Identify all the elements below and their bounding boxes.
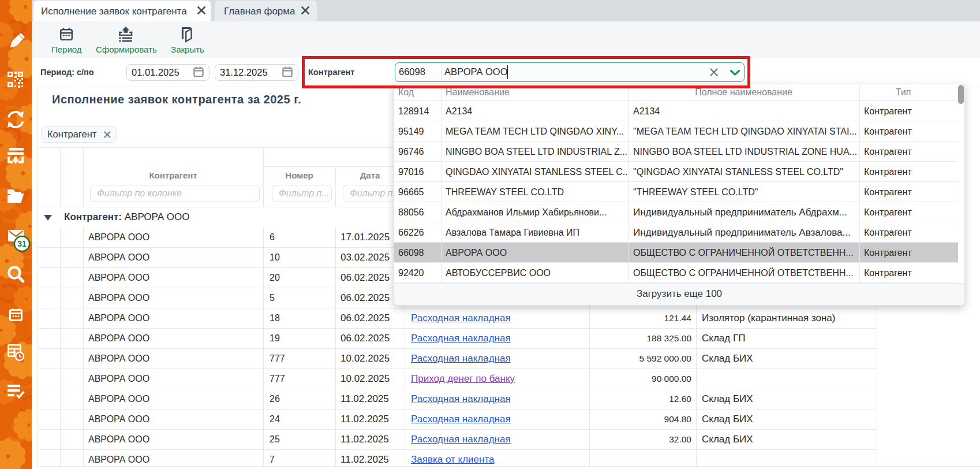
svg-text:31: 31 [17,239,27,248]
